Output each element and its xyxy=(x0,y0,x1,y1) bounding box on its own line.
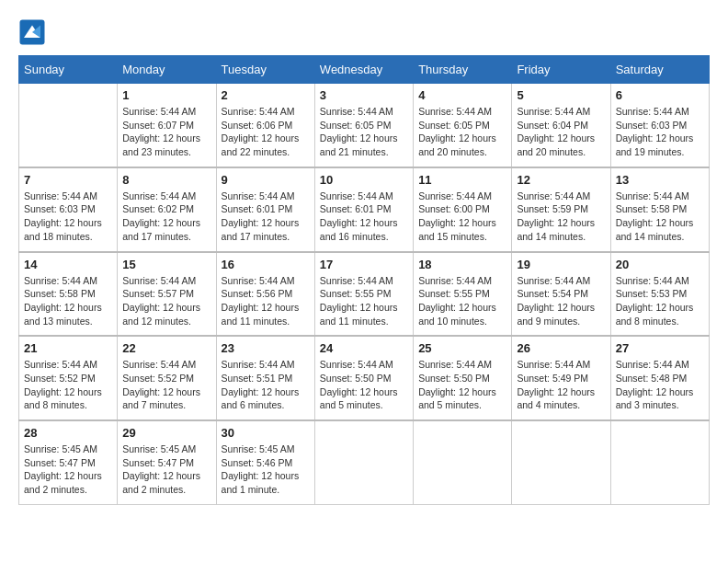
calendar-cell: 21Sunrise: 5:44 AM Sunset: 5:52 PM Dayli… xyxy=(19,336,118,420)
day-number: 4 xyxy=(418,88,506,102)
day-number: 30 xyxy=(222,426,310,440)
cell-info: Sunrise: 5:44 AM Sunset: 6:00 PM Dayligh… xyxy=(418,190,506,244)
column-header-friday: Friday xyxy=(512,56,610,84)
day-number: 25 xyxy=(418,341,506,355)
day-number: 5 xyxy=(517,88,605,102)
calendar-cell: 22Sunrise: 5:44 AM Sunset: 5:52 PM Dayli… xyxy=(118,336,216,420)
cell-info: Sunrise: 5:44 AM Sunset: 6:04 PM Dayligh… xyxy=(517,105,605,159)
cell-info: Sunrise: 5:44 AM Sunset: 5:53 PM Dayligh… xyxy=(616,274,704,328)
day-number: 7 xyxy=(24,173,112,187)
day-number: 10 xyxy=(320,173,408,187)
cell-info: Sunrise: 5:44 AM Sunset: 6:01 PM Dayligh… xyxy=(320,190,408,244)
day-number: 16 xyxy=(222,258,310,271)
cell-info: Sunrise: 5:44 AM Sunset: 5:52 PM Dayligh… xyxy=(24,358,112,412)
calendar-week-row: 21Sunrise: 5:44 AM Sunset: 5:52 PM Dayli… xyxy=(19,336,710,420)
calendar-cell: 13Sunrise: 5:44 AM Sunset: 5:58 PM Dayli… xyxy=(610,167,709,252)
day-number: 14 xyxy=(24,258,112,271)
calendar-cell: 17Sunrise: 5:44 AM Sunset: 5:55 PM Dayli… xyxy=(314,252,413,337)
calendar-cell: 12Sunrise: 5:44 AM Sunset: 5:59 PM Dayli… xyxy=(512,167,610,252)
calendar-cell: 18Sunrise: 5:44 AM Sunset: 5:55 PM Dayli… xyxy=(414,252,512,337)
day-number: 18 xyxy=(418,258,506,271)
day-number: 15 xyxy=(122,258,210,271)
calendar-cell: 27Sunrise: 5:44 AM Sunset: 5:48 PM Dayli… xyxy=(610,336,709,420)
cell-info: Sunrise: 5:44 AM Sunset: 6:02 PM Dayligh… xyxy=(122,190,210,244)
calendar-cell xyxy=(314,420,413,504)
calendar-cell: 26Sunrise: 5:44 AM Sunset: 5:49 PM Dayli… xyxy=(512,336,610,420)
cell-info: Sunrise: 5:44 AM Sunset: 6:03 PM Dayligh… xyxy=(616,105,704,159)
cell-info: Sunrise: 5:44 AM Sunset: 5:52 PM Dayligh… xyxy=(122,358,210,412)
day-number: 17 xyxy=(320,258,408,271)
column-header-wednesday: Wednesday xyxy=(314,56,413,84)
day-number: 20 xyxy=(616,258,704,271)
column-header-thursday: Thursday xyxy=(414,56,512,84)
column-header-saturday: Saturday xyxy=(610,56,709,84)
calendar-cell: 11Sunrise: 5:44 AM Sunset: 6:00 PM Dayli… xyxy=(414,167,512,252)
day-number: 3 xyxy=(320,88,408,102)
calendar-cell xyxy=(512,420,610,504)
day-number: 21 xyxy=(24,341,112,355)
calendar-cell: 20Sunrise: 5:44 AM Sunset: 5:53 PM Dayli… xyxy=(610,252,709,337)
calendar-cell xyxy=(19,84,118,167)
column-header-monday: Monday xyxy=(118,56,216,84)
day-number: 9 xyxy=(222,173,310,187)
cell-info: Sunrise: 5:44 AM Sunset: 6:03 PM Dayligh… xyxy=(24,190,112,244)
day-number: 24 xyxy=(320,341,408,355)
logo xyxy=(18,18,50,46)
column-header-sunday: Sunday xyxy=(19,56,118,84)
day-number: 13 xyxy=(616,173,704,187)
day-number: 8 xyxy=(122,173,210,187)
calendar-cell: 4Sunrise: 5:44 AM Sunset: 6:05 PM Daylig… xyxy=(414,84,512,167)
cell-info: Sunrise: 5:44 AM Sunset: 6:05 PM Dayligh… xyxy=(418,105,506,159)
calendar-header-row: SundayMondayTuesdayWednesdayThursdayFrid… xyxy=(19,56,710,84)
day-number: 29 xyxy=(122,426,210,440)
cell-info: Sunrise: 5:44 AM Sunset: 6:06 PM Dayligh… xyxy=(222,105,310,159)
day-number: 22 xyxy=(122,341,210,355)
cell-info: Sunrise: 5:44 AM Sunset: 5:55 PM Dayligh… xyxy=(418,274,506,328)
cell-info: Sunrise: 5:44 AM Sunset: 5:58 PM Dayligh… xyxy=(616,190,704,244)
calendar-week-row: 14Sunrise: 5:44 AM Sunset: 5:58 PM Dayli… xyxy=(19,252,710,337)
calendar-cell: 16Sunrise: 5:44 AM Sunset: 5:56 PM Dayli… xyxy=(216,252,314,337)
day-number: 27 xyxy=(616,341,704,355)
day-number: 11 xyxy=(418,173,506,187)
cell-info: Sunrise: 5:44 AM Sunset: 5:56 PM Dayligh… xyxy=(222,274,310,328)
cell-info: Sunrise: 5:44 AM Sunset: 5:54 PM Dayligh… xyxy=(517,274,605,328)
calendar-table: SundayMondayTuesdayWednesdayThursdayFrid… xyxy=(18,55,710,505)
header xyxy=(18,18,710,46)
cell-info: Sunrise: 5:44 AM Sunset: 5:51 PM Dayligh… xyxy=(222,358,310,412)
cell-info: Sunrise: 5:44 AM Sunset: 5:50 PM Dayligh… xyxy=(320,358,408,412)
calendar-week-row: 28Sunrise: 5:45 AM Sunset: 5:47 PM Dayli… xyxy=(19,420,710,504)
cell-info: Sunrise: 5:45 AM Sunset: 5:46 PM Dayligh… xyxy=(222,442,310,497)
cell-info: Sunrise: 5:44 AM Sunset: 6:07 PM Dayligh… xyxy=(122,105,210,159)
day-number: 26 xyxy=(517,341,605,355)
cell-info: Sunrise: 5:44 AM Sunset: 5:48 PM Dayligh… xyxy=(616,358,704,412)
cell-info: Sunrise: 5:44 AM Sunset: 5:57 PM Dayligh… xyxy=(122,274,210,328)
cell-info: Sunrise: 5:45 AM Sunset: 5:47 PM Dayligh… xyxy=(122,442,210,497)
cell-info: Sunrise: 5:44 AM Sunset: 5:49 PM Dayligh… xyxy=(517,358,605,412)
calendar-cell: 8Sunrise: 5:44 AM Sunset: 6:02 PM Daylig… xyxy=(118,167,216,252)
calendar-week-row: 7Sunrise: 5:44 AM Sunset: 6:03 PM Daylig… xyxy=(19,167,710,252)
calendar-cell: 24Sunrise: 5:44 AM Sunset: 5:50 PM Dayli… xyxy=(314,336,413,420)
calendar-cell: 30Sunrise: 5:45 AM Sunset: 5:46 PM Dayli… xyxy=(216,420,314,504)
calendar-cell: 28Sunrise: 5:45 AM Sunset: 5:47 PM Dayli… xyxy=(19,420,118,504)
cell-info: Sunrise: 5:44 AM Sunset: 5:55 PM Dayligh… xyxy=(320,274,408,328)
logo-icon xyxy=(18,18,46,46)
calendar-cell: 19Sunrise: 5:44 AM Sunset: 5:54 PM Dayli… xyxy=(512,252,610,337)
calendar-cell: 7Sunrise: 5:44 AM Sunset: 6:03 PM Daylig… xyxy=(19,167,118,252)
calendar-cell: 14Sunrise: 5:44 AM Sunset: 5:58 PM Dayli… xyxy=(19,252,118,337)
calendar-cell xyxy=(414,420,512,504)
day-number: 12 xyxy=(517,173,605,187)
day-number: 6 xyxy=(616,88,704,102)
cell-info: Sunrise: 5:44 AM Sunset: 6:01 PM Dayligh… xyxy=(222,190,310,244)
calendar-cell xyxy=(610,420,709,504)
day-number: 19 xyxy=(517,258,605,271)
cell-info: Sunrise: 5:44 AM Sunset: 5:50 PM Dayligh… xyxy=(418,358,506,412)
calendar-cell: 23Sunrise: 5:44 AM Sunset: 5:51 PM Dayli… xyxy=(216,336,314,420)
calendar-cell: 10Sunrise: 5:44 AM Sunset: 6:01 PM Dayli… xyxy=(314,167,413,252)
calendar-cell: 9Sunrise: 5:44 AM Sunset: 6:01 PM Daylig… xyxy=(216,167,314,252)
calendar-cell: 29Sunrise: 5:45 AM Sunset: 5:47 PM Dayli… xyxy=(118,420,216,504)
calendar-cell: 5Sunrise: 5:44 AM Sunset: 6:04 PM Daylig… xyxy=(512,84,610,167)
cell-info: Sunrise: 5:44 AM Sunset: 6:05 PM Dayligh… xyxy=(320,105,408,159)
calendar-cell: 25Sunrise: 5:44 AM Sunset: 5:50 PM Dayli… xyxy=(414,336,512,420)
calendar-cell: 1Sunrise: 5:44 AM Sunset: 6:07 PM Daylig… xyxy=(118,84,216,167)
day-number: 1 xyxy=(122,88,210,102)
